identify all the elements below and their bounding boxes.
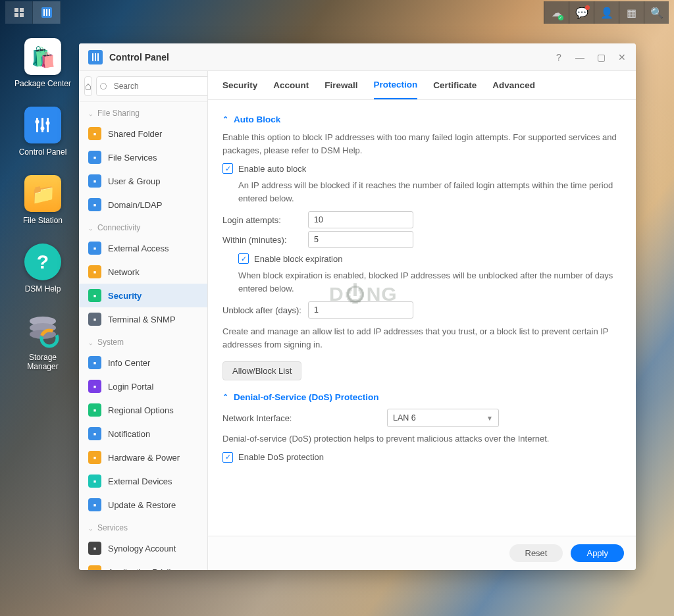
file-services-icon: ▪ (88, 151, 101, 164)
enable-auto-block-label: Enable auto block (238, 164, 306, 174)
minimize-button[interactable]: — (575, 52, 584, 63)
terminal-snmp-icon: ▪ (88, 313, 101, 326)
tab-account[interactable]: Account (273, 71, 309, 99)
tray-widgets-button[interactable]: ▦ (619, 1, 644, 24)
desktop-icons: 🛍️ Package Center Control Panel 📁 File S… (13, 38, 72, 371)
section-auto-block[interactable]: ⌃Auto Block (222, 115, 621, 124)
allow-block-desc: Create and manage an allow list to add I… (222, 325, 621, 351)
sidebar-item-shared-folder[interactable]: ▪Shared Folder (79, 122, 207, 145)
apply-button[interactable]: Apply (571, 544, 624, 562)
dos-desc: Denial-of-service (DoS) protection helps… (222, 432, 621, 446)
svg-rect-3 (20, 13, 24, 17)
desktop-icon-control-panel[interactable]: Control Panel (13, 107, 72, 157)
sidebar-item-notification[interactable]: ▪Notification (79, 422, 207, 446)
grid-icon (14, 7, 24, 18)
block-expiration-desc: When block expiration is enabled, blocke… (238, 269, 621, 295)
cloud-check-icon: ☁✓ (552, 7, 562, 19)
network-interface-select[interactable]: LAN 6▼ (387, 409, 499, 427)
enable-dos-checkbox[interactable]: ✓ (222, 452, 233, 463)
sidebar-item-external-access[interactable]: ▪External Access (79, 236, 207, 260)
sidebar-item-hardware-power[interactable]: ▪Hardware & Power (79, 446, 207, 469)
sidebar: ⌂ File Sharing▪Shared Folder▪File Servic… (79, 71, 208, 570)
sidebar-item-label: Info Center (108, 358, 150, 368)
desktop-label: File Station (23, 216, 63, 225)
close-button[interactable]: ✕ (617, 52, 627, 63)
tab-firewall[interactable]: Firewall (324, 71, 357, 99)
sidebar-item-label: Network (108, 267, 140, 277)
desktop-label: Control Panel (19, 147, 67, 157)
maximize-button[interactable]: ▢ (596, 52, 606, 63)
tray-chat-button[interactable]: 💬 (569, 1, 594, 24)
domain-ldap-icon: ▪ (88, 198, 101, 211)
sidebar-item-update-restore[interactable]: ▪Update & Restore (79, 493, 207, 517)
window-titlebar[interactable]: Control Panel ? — ▢ ✕ (79, 43, 636, 71)
svg-rect-1 (20, 8, 24, 12)
sidebar-item-label: Notification (108, 429, 150, 439)
unblock-after-input[interactable] (308, 301, 413, 319)
tray-user-button[interactable]: 👤 (594, 1, 619, 24)
login-attempts-input[interactable] (308, 211, 413, 228)
svg-rect-7 (49, 9, 50, 16)
sidebar-group-connectivity[interactable]: Connectivity (79, 217, 207, 236)
chevron-up-icon: ⌃ (222, 393, 228, 401)
sidebar-item-user-group[interactable]: ▪User & Group (79, 169, 207, 193)
sidebar-item-security[interactable]: ▪Security (79, 284, 207, 307)
tab-advanced[interactable]: Advanced (492, 71, 535, 99)
sidebar-item-regional-options[interactable]: ▪Regional Options (79, 398, 207, 422)
section-dos[interactable]: ⌃Denial-of-Service (DoS) Protection (222, 392, 621, 402)
login-portal-icon: ▪ (88, 380, 101, 393)
sidebar-item-terminal-snmp[interactable]: ▪Terminal & SNMP (79, 307, 207, 331)
folder-icon: 📁 (31, 182, 55, 205)
synology-account-icon: ▪ (88, 542, 101, 555)
desktop-icon-storage-manager[interactable]: Storage Manager (13, 312, 72, 371)
tab-certificate[interactable]: Certificate (433, 71, 477, 99)
security-icon: ▪ (88, 289, 101, 302)
sidebar-item-label: Terminal & SNMP (108, 315, 176, 324)
sidebar-item-label: Hardware & Power (108, 453, 180, 463)
tab-security[interactable]: Security (222, 71, 257, 99)
tray-search-button[interactable]: 🔍 (644, 1, 669, 24)
reset-button[interactable]: Reset (509, 544, 563, 562)
sidebar-item-synology-account[interactable]: ▪Synology Account (79, 536, 207, 560)
enable-auto-block-checkbox[interactable]: ✓ (222, 163, 233, 174)
sidebar-group-file-sharing[interactable]: File Sharing (79, 102, 207, 122)
desktop-icon-file-station[interactable]: 📁 File Station (13, 175, 72, 225)
chevron-up-icon: ⌃ (222, 115, 228, 124)
application-privileges-icon: ▪ (88, 565, 101, 570)
sidebar-item-info-center[interactable]: ▪Info Center (79, 351, 207, 374)
sidebar-group-system[interactable]: System (79, 331, 207, 351)
tab-protection[interactable]: Protection (374, 71, 418, 99)
sidebar-item-label: Regional Options (108, 405, 174, 415)
notification-icon: ▪ (88, 427, 101, 440)
sliders-icon (33, 115, 53, 135)
chat-icon: 💬 (575, 7, 588, 19)
home-button[interactable]: ⌂ (84, 76, 92, 96)
sidebar-item-domain-ldap[interactable]: ▪Domain/LDAP (79, 193, 207, 217)
sidebar-item-application-privileges[interactable]: ▪Application Privileges (79, 560, 207, 570)
svg-rect-0 (14, 8, 18, 12)
within-minutes-input[interactable] (308, 231, 413, 248)
taskbar-app-control-panel[interactable] (33, 1, 61, 24)
sidebar-item-label: File Services (108, 153, 157, 163)
main-menu-button[interactable] (5, 1, 33, 24)
sidebar-group-services[interactable]: Services (79, 517, 207, 536)
enable-block-expiration-checkbox[interactable]: ✓ (238, 253, 249, 264)
svg-rect-19 (92, 53, 93, 61)
shared-folder-icon: ▪ (88, 127, 101, 140)
help-button[interactable]: ? (554, 52, 563, 63)
sidebar-item-network[interactable]: ▪Network (79, 260, 207, 284)
search-input[interactable] (96, 76, 208, 96)
desktop-icon-package-center[interactable]: 🛍️ Package Center (13, 38, 72, 88)
user-group-icon: ▪ (88, 174, 101, 188)
auto-block-desc: Enable this option to block IP addresses… (222, 131, 621, 157)
unblock-after-label: Unblock after (days): (222, 305, 308, 315)
sidebar-item-external-devices[interactable]: ▪External Devices (79, 469, 207, 493)
sidebar-item-login-portal[interactable]: ▪Login Portal (79, 374, 207, 398)
tray-cloud-button[interactable]: ☁✓ (544, 1, 569, 24)
bag-icon: 🛍️ (31, 45, 55, 68)
allow-block-list-button[interactable]: Allow/Block List (222, 361, 301, 380)
sidebar-item-file-services[interactable]: ▪File Services (79, 145, 207, 169)
desktop-label: Storage Manager (13, 353, 72, 371)
window-icon (88, 50, 103, 64)
desktop-icon-dsm-help[interactable]: ? DSM Help (13, 244, 72, 294)
